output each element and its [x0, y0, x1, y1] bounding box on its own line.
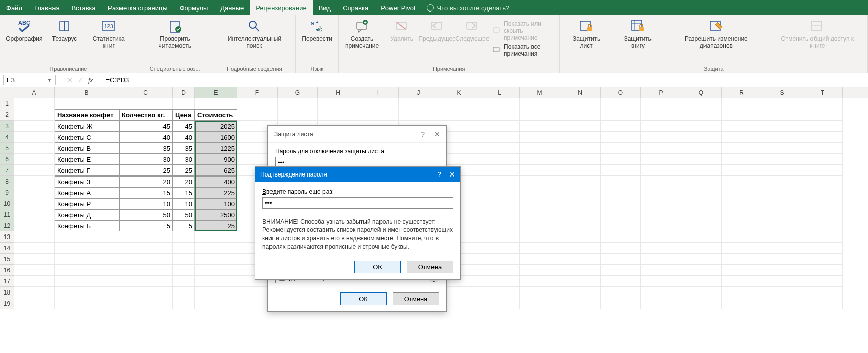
cancel-button[interactable]: Отмена [407, 261, 453, 273]
cancel-button[interactable]: Отмена [393, 292, 439, 305]
cell[interactable] [601, 165, 641, 176]
cell[interactable] [641, 276, 681, 287]
cell[interactable] [479, 143, 520, 154]
cell[interactable] [722, 187, 762, 198]
help-icon[interactable]: ? [421, 130, 425, 138]
cell[interactable] [722, 298, 762, 309]
cell[interactable] [681, 132, 722, 143]
cell[interactable] [14, 109, 55, 121]
row-header[interactable]: 10 [0, 198, 14, 209]
cell[interactable] [55, 254, 119, 265]
cell[interactable] [601, 98, 641, 109]
cell[interactable] [195, 98, 237, 109]
cell[interactable] [55, 243, 119, 254]
cell[interactable] [173, 254, 195, 265]
cell[interactable]: 20 [173, 176, 195, 187]
cell[interactable] [173, 243, 195, 254]
menu-tab-6[interactable]: Рецензирование [250, 0, 312, 15]
select-all-corner[interactable] [0, 87, 14, 98]
cell[interactable]: Конфеты А [55, 187, 119, 198]
cell[interactable] [520, 298, 560, 309]
cell[interactable] [641, 287, 681, 298]
cell[interactable] [762, 198, 802, 209]
cell[interactable] [641, 254, 681, 265]
cell[interactable] [479, 165, 520, 176]
cell[interactable] [195, 265, 237, 276]
close-icon[interactable]: ✕ [449, 170, 455, 179]
cell[interactable] [722, 143, 762, 154]
menu-tab-9[interactable]: Power Pivot [374, 0, 421, 15]
column-header[interactable]: P [641, 87, 681, 98]
workbook-stats-button[interactable]: 123 Статистика книг [85, 17, 133, 50]
row-header[interactable]: 3 [0, 121, 14, 132]
cell[interactable] [479, 298, 520, 309]
close-icon[interactable]: ✕ [434, 130, 440, 138]
cell[interactable] [802, 187, 843, 198]
cell[interactable]: Стоимость [195, 109, 237, 121]
cell[interactable] [560, 276, 601, 287]
cell[interactable] [173, 231, 195, 243]
cell[interactable]: Конфеты С [55, 132, 119, 143]
row-header[interactable]: 9 [0, 187, 14, 198]
cell[interactable] [762, 187, 802, 198]
cell[interactable] [14, 231, 55, 243]
cell[interactable] [802, 220, 843, 231]
cell[interactable] [14, 276, 55, 287]
cell[interactable] [14, 98, 55, 109]
cell[interactable] [479, 98, 520, 109]
cell[interactable]: Конфеты Е [55, 154, 119, 165]
cell[interactable]: 10 [119, 198, 173, 209]
cell[interactable] [14, 220, 55, 231]
cell[interactable] [722, 254, 762, 265]
cell[interactable] [762, 298, 802, 309]
cell[interactable] [601, 109, 641, 121]
row-header[interactable]: 18 [0, 287, 14, 298]
cell[interactable] [762, 109, 802, 121]
cell[interactable] [560, 298, 601, 309]
cell[interactable] [601, 198, 641, 209]
cell[interactable] [14, 265, 55, 276]
cell[interactable] [560, 121, 601, 132]
cell[interactable] [119, 254, 173, 265]
cell[interactable] [14, 198, 55, 209]
cell[interactable] [479, 254, 520, 265]
chevron-down-icon[interactable]: ▼ [47, 78, 52, 83]
cell[interactable]: 25 [195, 220, 237, 231]
cell[interactable] [560, 220, 601, 231]
cell[interactable] [520, 187, 560, 198]
cell[interactable] [439, 109, 479, 121]
cell[interactable] [14, 121, 55, 132]
translate-button[interactable]: aあ Перевести [300, 17, 334, 43]
cell[interactable] [802, 176, 843, 187]
cell[interactable]: 50 [173, 209, 195, 220]
column-header[interactable]: K [439, 87, 479, 98]
cell[interactable] [681, 231, 722, 243]
cell[interactable]: Конфеты В [55, 143, 119, 154]
cell[interactable]: Конфеты Д [55, 209, 119, 220]
column-header[interactable]: A [14, 87, 55, 98]
cell[interactable] [802, 143, 843, 154]
cell[interactable] [560, 254, 601, 265]
tell-me-search[interactable]: Что вы хотите сделать? [422, 0, 515, 15]
cell[interactable] [641, 298, 681, 309]
cell[interactable] [479, 154, 520, 165]
cell[interactable] [560, 176, 601, 187]
cell[interactable] [722, 231, 762, 243]
cell[interactable]: 400 [195, 176, 237, 187]
cell[interactable] [722, 109, 762, 121]
cell[interactable] [55, 287, 119, 298]
cell[interactable]: 1600 [195, 132, 237, 143]
column-header[interactable]: O [601, 87, 641, 98]
cell[interactable] [802, 154, 843, 165]
cell[interactable] [237, 109, 278, 121]
cell[interactable] [520, 254, 560, 265]
cell[interactable] [55, 265, 119, 276]
column-header[interactable]: S [762, 87, 802, 98]
row-header[interactable]: 12 [0, 220, 14, 231]
cell[interactable] [520, 154, 560, 165]
cell[interactable] [762, 243, 802, 254]
cell[interactable] [802, 298, 843, 309]
cell[interactable] [802, 109, 843, 121]
cell[interactable] [195, 298, 237, 309]
cell[interactable] [641, 109, 681, 121]
